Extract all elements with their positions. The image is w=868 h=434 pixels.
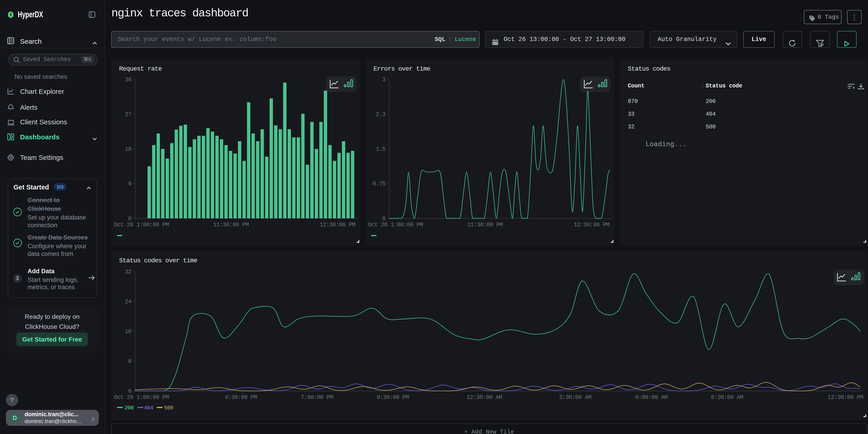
svg-text:8:30:00 AM: 8:30:00 AM — [711, 394, 743, 401]
svg-text:4:30:00 PM: 4:30:00 PM — [224, 394, 257, 401]
svg-text:8: 8 — [128, 358, 131, 365]
svg-text:404: 404 — [144, 405, 153, 411]
svg-text:3: 3 — [382, 76, 385, 83]
svg-text:12:30:00 AM: 12:30:00 AM — [466, 394, 502, 401]
svg-text:9:30:00 PM: 9:30:00 PM — [376, 394, 409, 401]
svg-text:0: 0 — [128, 388, 131, 394]
svg-text:0: 0 — [382, 215, 385, 222]
svg-text:Oct 26 1:00:00 PM: Oct 26 1:00:00 PM — [368, 222, 423, 228]
svg-text:32: 32 — [125, 269, 131, 275]
svg-text:7:00:00 PM: 7:00:00 PM — [301, 394, 333, 401]
svg-text:16: 16 — [125, 328, 131, 335]
svg-text:3:30:00 AM: 3:30:00 AM — [559, 394, 591, 401]
svg-text:Oct 26 1:00:00 PM: Oct 26 1:00:00 PM — [114, 394, 168, 401]
svg-text:2.3: 2.3 — [376, 111, 385, 118]
svg-text:11:30:00 PM: 11:30:00 PM — [467, 222, 503, 228]
svg-text:1.5: 1.5 — [376, 146, 385, 153]
svg-text:Oct 26 1:00:00 PM: Oct 26 1:00:00 PM — [114, 222, 168, 228]
svg-text:0: 0 — [128, 215, 131, 222]
svg-text:9: 9 — [128, 181, 131, 187]
svg-text:27: 27 — [125, 111, 131, 118]
svg-text:6:00:00 AM: 6:00:00 AM — [635, 394, 668, 401]
svg-text:12:30:00 PM: 12:30:00 PM — [828, 394, 863, 401]
svg-text:36: 36 — [125, 76, 131, 83]
svg-text:12:30:00 PM: 12:30:00 PM — [319, 222, 355, 228]
svg-text:11:30:00 PM: 11:30:00 PM — [213, 222, 248, 228]
svg-text:12:30:00 PM: 12:30:00 PM — [574, 222, 609, 228]
svg-text:18: 18 — [125, 146, 131, 153]
svg-text:500: 500 — [164, 405, 173, 411]
svg-text:200: 200 — [124, 405, 133, 411]
svg-text:24: 24 — [125, 298, 131, 305]
svg-text:0.75: 0.75 — [373, 181, 385, 187]
